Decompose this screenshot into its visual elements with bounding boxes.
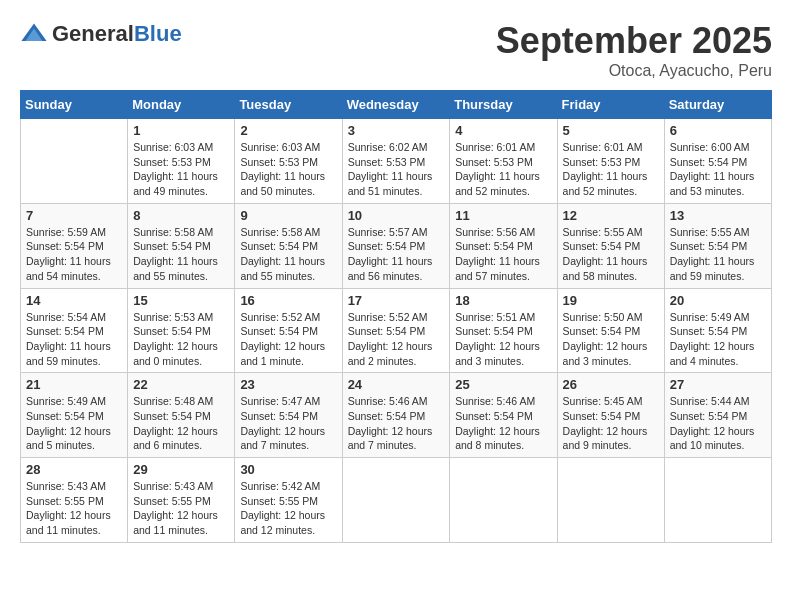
day-of-week-header: Friday [557, 91, 664, 119]
day-number: 8 [133, 208, 229, 223]
calendar-day-cell: 25Sunrise: 5:46 AM Sunset: 5:54 PM Dayli… [450, 373, 557, 458]
calendar-week-row: 7Sunrise: 5:59 AM Sunset: 5:54 PM Daylig… [21, 203, 772, 288]
calendar-week-row: 14Sunrise: 5:54 AM Sunset: 5:54 PM Dayli… [21, 288, 772, 373]
calendar-day-cell: 23Sunrise: 5:47 AM Sunset: 5:54 PM Dayli… [235, 373, 342, 458]
day-number: 26 [563, 377, 659, 392]
calendar-week-row: 28Sunrise: 5:43 AM Sunset: 5:55 PM Dayli… [21, 458, 772, 543]
day-number: 27 [670, 377, 766, 392]
day-number: 10 [348, 208, 445, 223]
day-info: Sunrise: 5:55 AM Sunset: 5:54 PM Dayligh… [670, 225, 766, 284]
calendar-day-cell: 28Sunrise: 5:43 AM Sunset: 5:55 PM Dayli… [21, 458, 128, 543]
calendar-day-cell: 26Sunrise: 5:45 AM Sunset: 5:54 PM Dayli… [557, 373, 664, 458]
day-number: 11 [455, 208, 551, 223]
calendar-day-cell: 2Sunrise: 6:03 AM Sunset: 5:53 PM Daylig… [235, 119, 342, 204]
calendar-day-cell: 24Sunrise: 5:46 AM Sunset: 5:54 PM Dayli… [342, 373, 450, 458]
day-number: 21 [26, 377, 122, 392]
day-number: 7 [26, 208, 122, 223]
calendar-day-cell: 1Sunrise: 6:03 AM Sunset: 5:53 PM Daylig… [128, 119, 235, 204]
day-number: 13 [670, 208, 766, 223]
day-info: Sunrise: 5:43 AM Sunset: 5:55 PM Dayligh… [26, 479, 122, 538]
day-number: 29 [133, 462, 229, 477]
calendar-day-cell [664, 458, 771, 543]
day-info: Sunrise: 5:50 AM Sunset: 5:54 PM Dayligh… [563, 310, 659, 369]
day-info: Sunrise: 5:56 AM Sunset: 5:54 PM Dayligh… [455, 225, 551, 284]
day-info: Sunrise: 5:58 AM Sunset: 5:54 PM Dayligh… [133, 225, 229, 284]
calendar-day-cell: 22Sunrise: 5:48 AM Sunset: 5:54 PM Dayli… [128, 373, 235, 458]
day-info: Sunrise: 5:52 AM Sunset: 5:54 PM Dayligh… [348, 310, 445, 369]
logo-general: General [52, 21, 134, 46]
day-number: 3 [348, 123, 445, 138]
calendar-day-cell: 19Sunrise: 5:50 AM Sunset: 5:54 PM Dayli… [557, 288, 664, 373]
title-area: September 2025 Otoca, Ayacucho, Peru [496, 20, 772, 80]
calendar-day-cell: 3Sunrise: 6:02 AM Sunset: 5:53 PM Daylig… [342, 119, 450, 204]
day-info: Sunrise: 5:58 AM Sunset: 5:54 PM Dayligh… [240, 225, 336, 284]
day-number: 28 [26, 462, 122, 477]
calendar-day-cell: 29Sunrise: 5:43 AM Sunset: 5:55 PM Dayli… [128, 458, 235, 543]
day-info: Sunrise: 5:46 AM Sunset: 5:54 PM Dayligh… [455, 394, 551, 453]
day-number: 2 [240, 123, 336, 138]
day-of-week-header: Saturday [664, 91, 771, 119]
calendar-header-row: SundayMondayTuesdayWednesdayThursdayFrid… [21, 91, 772, 119]
day-info: Sunrise: 5:51 AM Sunset: 5:54 PM Dayligh… [455, 310, 551, 369]
day-info: Sunrise: 5:47 AM Sunset: 5:54 PM Dayligh… [240, 394, 336, 453]
calendar-day-cell: 15Sunrise: 5:53 AM Sunset: 5:54 PM Dayli… [128, 288, 235, 373]
calendar-day-cell: 30Sunrise: 5:42 AM Sunset: 5:55 PM Dayli… [235, 458, 342, 543]
day-number: 23 [240, 377, 336, 392]
calendar-day-cell: 27Sunrise: 5:44 AM Sunset: 5:54 PM Dayli… [664, 373, 771, 458]
calendar-day-cell: 20Sunrise: 5:49 AM Sunset: 5:54 PM Dayli… [664, 288, 771, 373]
day-info: Sunrise: 5:48 AM Sunset: 5:54 PM Dayligh… [133, 394, 229, 453]
calendar-table: SundayMondayTuesdayWednesdayThursdayFrid… [20, 90, 772, 543]
calendar-week-row: 1Sunrise: 6:03 AM Sunset: 5:53 PM Daylig… [21, 119, 772, 204]
day-info: Sunrise: 5:46 AM Sunset: 5:54 PM Dayligh… [348, 394, 445, 453]
day-info: Sunrise: 5:49 AM Sunset: 5:54 PM Dayligh… [26, 394, 122, 453]
calendar-day-cell: 4Sunrise: 6:01 AM Sunset: 5:53 PM Daylig… [450, 119, 557, 204]
calendar-day-cell: 11Sunrise: 5:56 AM Sunset: 5:54 PM Dayli… [450, 203, 557, 288]
calendar-day-cell [342, 458, 450, 543]
day-number: 22 [133, 377, 229, 392]
day-info: Sunrise: 5:45 AM Sunset: 5:54 PM Dayligh… [563, 394, 659, 453]
day-number: 5 [563, 123, 659, 138]
calendar-day-cell: 13Sunrise: 5:55 AM Sunset: 5:54 PM Dayli… [664, 203, 771, 288]
day-number: 14 [26, 293, 122, 308]
calendar-day-cell: 9Sunrise: 5:58 AM Sunset: 5:54 PM Daylig… [235, 203, 342, 288]
calendar-day-cell [450, 458, 557, 543]
calendar-day-cell: 8Sunrise: 5:58 AM Sunset: 5:54 PM Daylig… [128, 203, 235, 288]
day-number: 9 [240, 208, 336, 223]
calendar-day-cell: 16Sunrise: 5:52 AM Sunset: 5:54 PM Dayli… [235, 288, 342, 373]
day-info: Sunrise: 5:54 AM Sunset: 5:54 PM Dayligh… [26, 310, 122, 369]
day-number: 12 [563, 208, 659, 223]
page-header: GeneralBlue September 2025 Otoca, Ayacuc… [20, 20, 772, 80]
calendar-day-cell: 17Sunrise: 5:52 AM Sunset: 5:54 PM Dayli… [342, 288, 450, 373]
day-info: Sunrise: 5:44 AM Sunset: 5:54 PM Dayligh… [670, 394, 766, 453]
day-info: Sunrise: 6:01 AM Sunset: 5:53 PM Dayligh… [563, 140, 659, 199]
day-of-week-header: Tuesday [235, 91, 342, 119]
location: Otoca, Ayacucho, Peru [496, 62, 772, 80]
calendar-week-row: 21Sunrise: 5:49 AM Sunset: 5:54 PM Dayli… [21, 373, 772, 458]
day-info: Sunrise: 6:03 AM Sunset: 5:53 PM Dayligh… [133, 140, 229, 199]
day-number: 24 [348, 377, 445, 392]
day-info: Sunrise: 5:52 AM Sunset: 5:54 PM Dayligh… [240, 310, 336, 369]
calendar-day-cell: 6Sunrise: 6:00 AM Sunset: 5:54 PM Daylig… [664, 119, 771, 204]
calendar-day-cell: 10Sunrise: 5:57 AM Sunset: 5:54 PM Dayli… [342, 203, 450, 288]
calendar-day-cell: 12Sunrise: 5:55 AM Sunset: 5:54 PM Dayli… [557, 203, 664, 288]
logo-icon [20, 20, 48, 48]
day-info: Sunrise: 5:57 AM Sunset: 5:54 PM Dayligh… [348, 225, 445, 284]
day-info: Sunrise: 5:53 AM Sunset: 5:54 PM Dayligh… [133, 310, 229, 369]
calendar-day-cell: 18Sunrise: 5:51 AM Sunset: 5:54 PM Dayli… [450, 288, 557, 373]
day-number: 16 [240, 293, 336, 308]
day-info: Sunrise: 5:43 AM Sunset: 5:55 PM Dayligh… [133, 479, 229, 538]
calendar-day-cell [557, 458, 664, 543]
day-number: 25 [455, 377, 551, 392]
month-title: September 2025 [496, 20, 772, 62]
logo-text: GeneralBlue [52, 21, 182, 47]
day-number: 17 [348, 293, 445, 308]
calendar-day-cell: 7Sunrise: 5:59 AM Sunset: 5:54 PM Daylig… [21, 203, 128, 288]
day-number: 19 [563, 293, 659, 308]
day-of-week-header: Sunday [21, 91, 128, 119]
logo: GeneralBlue [20, 20, 182, 48]
day-number: 18 [455, 293, 551, 308]
calendar-day-cell: 21Sunrise: 5:49 AM Sunset: 5:54 PM Dayli… [21, 373, 128, 458]
day-number: 4 [455, 123, 551, 138]
day-number: 30 [240, 462, 336, 477]
calendar-day-cell: 14Sunrise: 5:54 AM Sunset: 5:54 PM Dayli… [21, 288, 128, 373]
